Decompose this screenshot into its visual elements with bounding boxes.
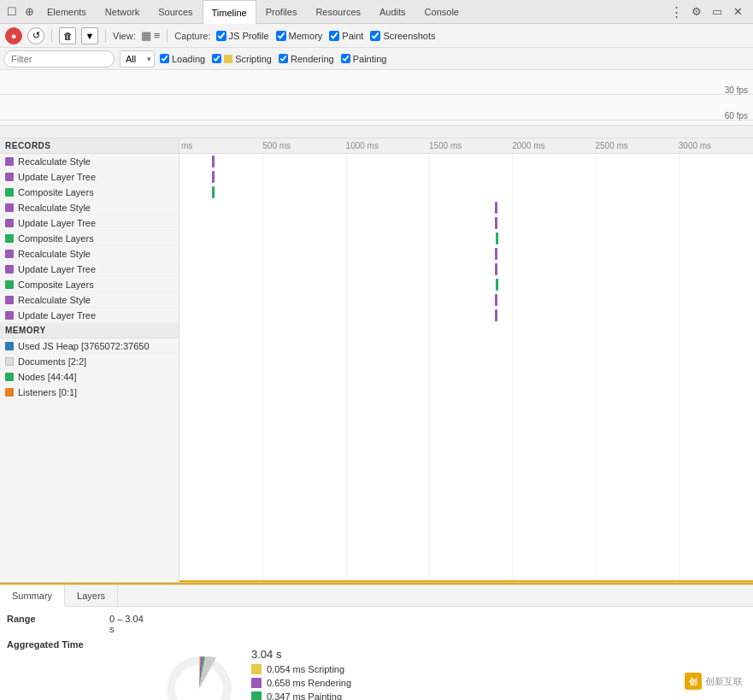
tab-elements[interactable]: Elements — [38, 0, 96, 24]
records-right-panel[interactable]: ms 500 ms 1000 ms 1500 ms 2000 ms 2500 m… — [179, 138, 753, 582]
aggregated-row: Aggregated Time — [7, 639, 144, 650]
record-color-2 — [5, 188, 14, 197]
filter-input[interactable] — [3, 50, 115, 68]
devtools-settings-icon[interactable]: ⋮ — [668, 3, 685, 21]
fps-60-label: 60 fps — [725, 111, 748, 121]
memory-row-0: Used JS Heap [3765072:37650 — [0, 338, 179, 354]
ruler-1000: 1000 ms — [346, 141, 379, 150]
memory-color-3 — [5, 388, 14, 397]
bottom-tab-bar: Summary Layers — [0, 585, 753, 607]
scripting-checkbox[interactable]: Scripting — [212, 54, 272, 64]
reload-button[interactable]: ↺ — [27, 27, 44, 44]
record-row-3: Recalculate Style — [0, 200, 179, 215]
flame-chart-icon[interactable]: ≡ — [154, 29, 161, 42]
watermark-logo: 创 — [685, 673, 702, 690]
filter-select[interactable]: All — [120, 50, 155, 68]
record-row-2: Composite Layers — [0, 185, 179, 200]
event-8 — [496, 279, 498, 291]
timeline-area: 30 fps 60 fps RECORDS Recalculate Style … — [0, 70, 753, 583]
range-row: Range 0 – 3.04 s — [7, 614, 144, 634]
view-icons: ▦ ≡ — [141, 29, 161, 42]
legend-painting-color — [251, 691, 262, 700]
overview-section[interactable]: 30 fps 60 fps — [0, 70, 753, 138]
records-main: RECORDS Recalculate Style Update Layer T… — [0, 138, 753, 582]
tab-timeline[interactable]: Timeline — [203, 0, 256, 24]
record-color-8 — [5, 280, 14, 289]
legend-scripting: 0.054 ms Scripting — [251, 664, 351, 674]
tab-profiles[interactable]: Profiles — [256, 0, 307, 24]
fps-30-line — [0, 94, 753, 95]
fps-60-line — [0, 120, 753, 121]
loading-checkbox[interactable]: Loading — [160, 54, 205, 64]
ruler-start: ms — [181, 141, 192, 150]
record-color-5 — [5, 234, 14, 243]
tab-icon-mobile[interactable]: ☐ — [3, 3, 21, 21]
record-row-5: Composite Layers — [0, 231, 179, 246]
memory-color-2 — [5, 373, 14, 381]
capture-checkboxes: JS Profile Memory Paint Screenshots — [216, 31, 436, 41]
legend-total: 3.04 s — [251, 648, 351, 661]
tab-network[interactable]: Network — [96, 0, 149, 24]
ruler-1500: 1500 ms — [429, 141, 462, 150]
toolbar-separator-1 — [51, 29, 52, 43]
tab-resources[interactable]: Resources — [306, 0, 370, 24]
event-5 — [496, 232, 498, 244]
records-section-header: RECORDS — [0, 138, 179, 154]
record-color-3 — [5, 203, 14, 212]
grid-line-500 — [262, 154, 263, 582]
js-profile-checkbox[interactable]: JS Profile — [216, 31, 269, 41]
clear-button[interactable]: 🗑 — [59, 27, 76, 44]
devtools-gear-icon[interactable]: ⚙ — [688, 3, 705, 21]
fps-30-label: 30 fps — [725, 85, 748, 95]
scripting-color-dot — [224, 55, 232, 63]
record-button[interactable]: ● — [5, 27, 22, 44]
filter-checkboxes: Loading Scripting Rendering Painting — [160, 54, 386, 64]
event-6 — [495, 248, 497, 260]
memory-row-3: Listeners [0:1] — [0, 385, 179, 400]
orange-line — [179, 580, 753, 582]
tab-console[interactable]: Console — [415, 0, 468, 24]
record-color-9 — [5, 296, 14, 304]
tab-icon-inspect[interactable]: ⊕ — [21, 3, 38, 21]
toolbar: ● ↺ 🗑 ▼ View: ▦ ≡ Capture: JS Profile Me… — [0, 24, 753, 48]
event-7 — [495, 263, 497, 275]
record-row-8: Composite Layers — [0, 277, 179, 292]
event-3 — [495, 202, 497, 214]
grid-line-2500 — [595, 154, 596, 582]
paint-checkbox[interactable]: Paint — [329, 31, 363, 41]
memory-color-0 — [5, 342, 14, 350]
memory-color-1 — [5, 357, 14, 366]
record-row-4: Update Layer Tree — [0, 215, 179, 231]
pie-legend: 3.04 s 0.054 ms Scripting 0.658 ms Rende… — [251, 648, 351, 700]
overview-ruler — [0, 125, 753, 138]
filter-toggle[interactable]: ▼ — [81, 27, 98, 44]
bar-chart-icon[interactable]: ▦ — [141, 29, 151, 42]
event-2 — [212, 186, 215, 198]
toolbar-separator-2 — [105, 29, 106, 43]
devtools-dock-icon[interactable]: ▭ — [709, 3, 726, 21]
legend-painting: 0.347 ms Painting — [251, 691, 351, 700]
screenshots-checkbox[interactable]: Screenshots — [370, 31, 435, 41]
record-row-7: Update Layer Tree — [0, 262, 179, 277]
devtools-close-icon[interactable]: ✕ — [729, 3, 746, 21]
tab-sources[interactable]: Sources — [149, 0, 202, 24]
memory-checkbox[interactable]: Memory — [276, 31, 323, 41]
watermark: 创 创新互联 — [685, 673, 743, 690]
rendering-checkbox[interactable]: Rendering — [279, 54, 334, 64]
memory-section-header: MEMORY — [0, 323, 179, 338]
tab-layers[interactable]: Layers — [65, 585, 118, 606]
summary-content: Range 0 – 3.04 s Aggregated Time — [0, 607, 753, 700]
legend-rendering: 0.658 ms Rendering — [251, 678, 351, 688]
painting-checkbox[interactable]: Painting — [341, 54, 387, 64]
record-row-10: Update Layer Tree — [0, 308, 179, 323]
chart-area — [179, 154, 753, 582]
legend-scripting-color — [251, 664, 262, 674]
record-row-6: Recalculate Style — [0, 246, 179, 262]
ruler-500: 500 ms — [262, 141, 291, 150]
grid-line-1500 — [429, 154, 430, 582]
tab-audits[interactable]: Audits — [370, 0, 415, 24]
capture-label: Capture: — [174, 31, 210, 41]
record-row-9: Recalculate Style — [0, 292, 179, 308]
tab-summary[interactable]: Summary — [0, 585, 65, 607]
record-color-0 — [5, 157, 14, 166]
